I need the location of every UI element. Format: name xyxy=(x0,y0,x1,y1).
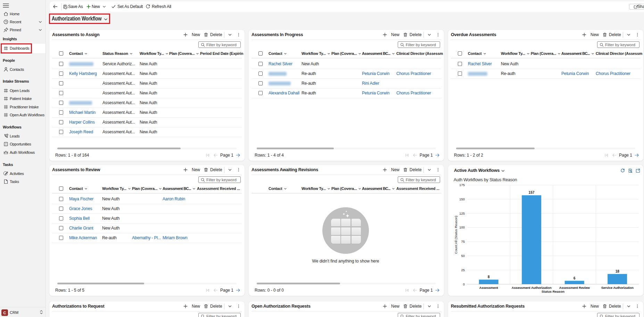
svg-text:157: 157 xyxy=(529,191,535,194)
svg-text:175: 175 xyxy=(459,183,465,187)
svg-text:100: 100 xyxy=(459,225,465,229)
svg-text:Assessment Authorization: Assessment Authorization xyxy=(512,286,552,290)
svg-text:Assessment Review: Assessment Review xyxy=(559,286,590,290)
svg-text:50: 50 xyxy=(461,254,465,258)
svg-text:18: 18 xyxy=(616,269,620,273)
svg-text:0: 0 xyxy=(463,282,465,286)
svg-text:8: 8 xyxy=(488,275,490,279)
svg-text:6: 6 xyxy=(573,276,576,280)
svg-text:Status Reason: Status Reason xyxy=(542,290,564,293)
svg-text:25: 25 xyxy=(461,268,465,272)
svg-text:Assessment: Assessment xyxy=(479,286,498,290)
svg-text:150: 150 xyxy=(459,197,465,201)
svg-text:Count:All (Status Reason): Count:All (Status Reason) xyxy=(454,216,458,254)
svg-text:125: 125 xyxy=(459,211,465,215)
svg-text:Service Authorization: Service Authorization xyxy=(601,286,634,290)
svg-text:75: 75 xyxy=(461,240,465,243)
